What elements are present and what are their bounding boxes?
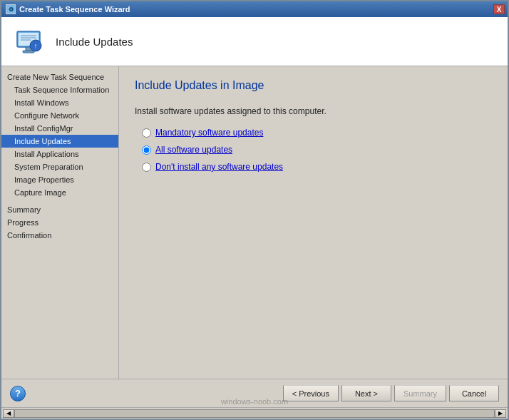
radio-none-label: Don't install any software updates xyxy=(155,162,283,172)
summary-button[interactable]: Summary xyxy=(394,385,446,401)
main-body: Create New Task Sequence Task Sequence I… xyxy=(1,66,508,379)
svg-text:↑: ↑ xyxy=(34,42,38,50)
sidebar-section-label: Create New Task Sequence xyxy=(1,71,118,83)
sidebar-item-configure-network[interactable]: Configure Network xyxy=(1,109,118,122)
wizard-window: ⚙ Create Task Sequence Wizard X ↑ xyxy=(0,0,509,420)
header-title: Include Updates xyxy=(56,36,133,48)
help-button[interactable]: ? xyxy=(10,386,26,401)
radio-none[interactable]: Don't install any software updates xyxy=(142,162,492,172)
cancel-button[interactable]: Cancel xyxy=(449,385,499,401)
sidebar-item-capture-image[interactable]: Capture Image xyxy=(1,186,118,199)
scroll-left-button[interactable]: ◀ xyxy=(3,409,14,418)
sidebar-item-image-properties[interactable]: Image Properties xyxy=(1,173,118,186)
sidebar-item-task-sequence-information[interactable]: Task Sequence Information xyxy=(1,83,118,96)
previous-button[interactable]: < Previous xyxy=(283,385,339,401)
content-description: Install software updates assigned to thi… xyxy=(135,106,492,116)
sidebar-item-progress[interactable]: Progress xyxy=(1,216,118,229)
sidebar-item-install-windows[interactable]: Install Windows xyxy=(1,96,118,109)
header-area: ↑ Include Updates xyxy=(1,17,508,66)
radio-all-input[interactable] xyxy=(142,145,151,155)
sidebar-item-install-applications[interactable]: Install Applications xyxy=(1,148,118,160)
window-title: Create Task Sequence Wizard xyxy=(19,5,130,14)
bottom-scrollbar: ◀ ▶ xyxy=(1,407,508,419)
title-bar: ⚙ Create Task Sequence Wizard X xyxy=(1,1,508,17)
sidebar-item-install-configmgr[interactable]: Install ConfigMgr xyxy=(1,122,118,135)
sidebar-item-confirmation[interactable]: Confirmation xyxy=(1,229,118,242)
scroll-right-button[interactable]: ▶ xyxy=(495,409,506,418)
header-icon: ↑ xyxy=(11,24,46,58)
footer-buttons: < Previous Next > Summary Cancel xyxy=(283,385,499,401)
app-icon: ⚙ xyxy=(6,4,16,14)
sidebar-item-include-updates[interactable]: Include Updates xyxy=(1,135,118,148)
radio-all[interactable]: All software updates xyxy=(142,145,492,155)
next-button[interactable]: Next > xyxy=(341,385,391,401)
sidebar: Create New Task Sequence Task Sequence I… xyxy=(1,66,119,379)
sidebar-item-system-preparation[interactable]: System Preparation xyxy=(1,160,118,173)
scroll-track[interactable] xyxy=(14,409,495,418)
radio-mandatory[interactable]: Mandatory software updates xyxy=(142,128,492,138)
sidebar-item-summary[interactable]: Summary xyxy=(1,203,118,216)
radio-mandatory-label: Mandatory software updates xyxy=(155,128,263,138)
radio-none-input[interactable] xyxy=(142,163,151,172)
close-button[interactable]: X xyxy=(493,4,505,14)
footer: ? < Previous Next > Summary Cancel xyxy=(1,379,508,407)
content-area: Include Updates in Image Install softwar… xyxy=(119,66,508,379)
radio-mandatory-input[interactable] xyxy=(142,128,151,138)
svg-rect-6 xyxy=(23,51,34,53)
radio-all-label: All software updates xyxy=(155,145,232,155)
radio-group: Mandatory software updates All software … xyxy=(142,128,492,172)
content-title: Include Updates in Image xyxy=(135,79,492,92)
